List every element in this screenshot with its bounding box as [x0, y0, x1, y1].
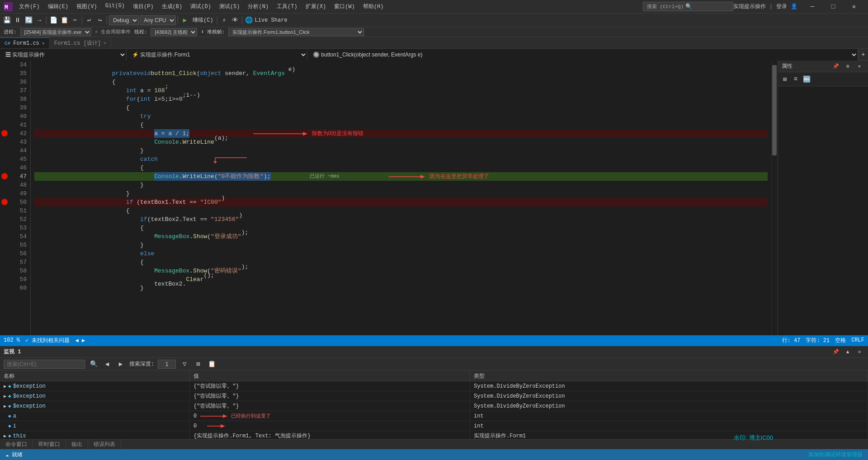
minimize-button[interactable]: ─: [802, 0, 823, 14]
tab-form1-design[interactable]: Form1.cs [设计] ✕: [50, 38, 111, 48]
breakpoint-47[interactable]: [1, 173, 8, 179]
prop-alpha-view[interactable]: 🔤: [802, 74, 811, 84]
login-link[interactable]: 登录: [776, 3, 787, 10]
line-42: 42: [12, 129, 27, 138]
breakpoint-42[interactable]: [1, 130, 8, 136]
tab-error-list[interactable]: 错误列表: [88, 440, 121, 449]
code-content[interactable]: private void button1_Click(object sender…: [31, 61, 771, 335]
thread-dropdown[interactable]: [43692] 主线程: [151, 28, 197, 36]
code-line-52: if(textBox2.Text == "123456"): [34, 215, 768, 224]
watch-name-5: this: [13, 433, 26, 439]
toolbar-forward[interactable]: ↪: [95, 15, 105, 25]
tab-command-window[interactable]: 命令窗口: [0, 440, 33, 449]
search-box[interactable]: 搜索 (Ctrl+Q) 🔍: [643, 2, 733, 11]
toolbar-step-over[interactable]: →: [34, 15, 44, 25]
tab-immediate-window[interactable]: 即时窗口: [33, 440, 66, 449]
search-depth-input[interactable]: [158, 360, 176, 369]
menu-analyze[interactable]: 分析(N): [244, 2, 272, 11]
debug-config-dropdown[interactable]: Debug: [109, 15, 139, 25]
menu-build[interactable]: 生成(B): [158, 2, 186, 11]
tab-form1-design-close[interactable]: ✕: [104, 40, 106, 46]
expand-icon-5[interactable]: ▶: [4, 433, 6, 439]
namespace-dropdown[interactable]: ☰ 实现提示操作: [0, 49, 127, 61]
menu-help[interactable]: 帮助(H): [359, 2, 387, 11]
menu-project[interactable]: 项目(P): [129, 2, 157, 11]
watch-expand-all-btn[interactable]: ⊞: [193, 359, 203, 369]
scrollbar-thumb[interactable]: [772, 65, 777, 155]
prop-settings-btn[interactable]: ⚙: [843, 61, 853, 71]
menu-extensions[interactable]: 扩展(X): [302, 2, 330, 11]
toolbar-undo[interactable]: ⏸: [13, 15, 23, 25]
watch-row-4[interactable]: ▶ ◆ i 0 int: [0, 421, 868, 431]
menu-git[interactable]: Git(G): [102, 2, 128, 11]
maximize-button[interactable]: □: [823, 0, 844, 14]
toolbar-save[interactable]: 💾: [2, 15, 12, 25]
live-share-btn[interactable]: 🌐: [244, 15, 254, 25]
editor-scrollbar[interactable]: [771, 61, 778, 335]
tab-form1-cs[interactable]: C# Form1.cs ✕: [0, 38, 50, 48]
menu-file[interactable]: 文件(F): [15, 2, 43, 11]
menu-view[interactable]: 视图(V): [73, 2, 101, 11]
menu-tools[interactable]: 工具(T): [273, 2, 301, 11]
watch-row-1[interactable]: ▶ ◆ $exception {"尝试除以零。"} System.DivideB…: [0, 391, 868, 401]
watch-filter-btn[interactable]: ▽: [179, 359, 189, 369]
menu-test[interactable]: 测试(S): [216, 2, 244, 11]
prop-grid-view[interactable]: ⊞: [780, 74, 790, 84]
expand-icon-0[interactable]: ▶: [4, 384, 6, 389]
line-59: 59: [12, 275, 27, 284]
watch-expand-btn[interactable]: ▲: [843, 347, 853, 357]
menu-window[interactable]: 窗口(W): [330, 2, 359, 11]
line-54: 54: [12, 232, 27, 241]
watch-search-btn[interactable]: 🔍: [89, 359, 99, 369]
tab-bar: C# Form1.cs ✕ Form1.cs [设计] ✕: [0, 37, 868, 49]
class-dropdown[interactable]: ⚡ 实现提示操作.Form1: [127, 49, 307, 61]
watch-close-btn[interactable]: ✕: [854, 347, 864, 357]
prop-category-view[interactable]: ≡: [791, 74, 801, 84]
toolbar-btn-2[interactable]: 📄: [48, 15, 58, 25]
tab-form1-cs-close[interactable]: ✕: [42, 41, 45, 46]
toolbar-btn-3[interactable]: 📋: [59, 15, 69, 25]
toolbar-breakpoints[interactable]: ⚡: [219, 15, 229, 25]
expand-icon-2[interactable]: ▶: [4, 404, 6, 409]
expand-icon-1[interactable]: ▶: [4, 394, 6, 399]
close-button[interactable]: ✕: [844, 0, 864, 14]
process-dropdown[interactable]: [25484] 实现提示操作.exe: [20, 28, 91, 36]
watch-search-input[interactable]: [4, 360, 85, 369]
toolbar-watch[interactable]: 👁: [230, 15, 240, 25]
watch-copy-btn[interactable]: 📋: [207, 359, 217, 369]
toolbar-back[interactable]: ↩: [84, 15, 94, 25]
breakpoint-gutter[interactable]: [0, 61, 8, 335]
watch-row-0[interactable]: ▶ ◆ $exception {"尝试除以零。"} System.DivideB…: [0, 381, 868, 391]
code-line-51: {: [34, 207, 768, 215]
watch-row-3[interactable]: ▶ ◆ a 0 已经执行到这里了 int: [0, 411, 868, 421]
watch-row-2[interactable]: ▶ ◆ $exception {"尝试除以零。"} System.DivideB…: [0, 401, 868, 411]
toolbar-restart[interactable]: 🔄: [24, 15, 33, 25]
code-line-59: textBox2.Clear();: [34, 275, 768, 284]
continue-button[interactable]: ▶: [180, 15, 190, 25]
menu-debug[interactable]: 调试(D): [187, 2, 215, 11]
bottom-right-action[interactable]: 添加到调试环境管理器: [808, 451, 863, 459]
toolbar-btn-4[interactable]: ✂: [70, 15, 80, 25]
toolbar-separator-5: [217, 16, 217, 24]
cpu-dropdown[interactable]: Any CPU: [140, 15, 176, 25]
tab-output[interactable]: 输出: [66, 440, 88, 449]
watch-type-3: int: [470, 412, 868, 420]
prop-close-btn[interactable]: ✕: [854, 61, 864, 71]
stack-dropdown[interactable]: 实现提示操作.Form1.button1_Click: [228, 28, 364, 36]
line-50: 50: [12, 198, 27, 207]
watch-back-btn[interactable]: ◀: [102, 359, 112, 369]
menu-edit[interactable]: 编辑(E): [44, 2, 72, 11]
line-51: 51: [12, 207, 27, 215]
watch-forward-btn[interactable]: ▶: [116, 359, 126, 369]
line-56: 56: [12, 249, 27, 258]
code-line-54: MessageBox.Show("登录成功");: [34, 232, 768, 241]
watch-pin-btn[interactable]: 📌: [831, 347, 841, 357]
nav-arrows[interactable]: ◀ ▶: [75, 337, 85, 344]
code-line-39: {: [34, 103, 768, 112]
expand-btn[interactable]: +: [858, 50, 868, 60]
pin-btn[interactable]: 📌: [831, 61, 841, 71]
method-dropdown[interactable]: 🔘 button1_Click(object sender, EventArgs…: [307, 49, 858, 61]
watch-icon-0: ◆: [8, 383, 11, 389]
line-36: 36: [12, 78, 27, 86]
breakpoint-50[interactable]: [1, 199, 8, 205]
